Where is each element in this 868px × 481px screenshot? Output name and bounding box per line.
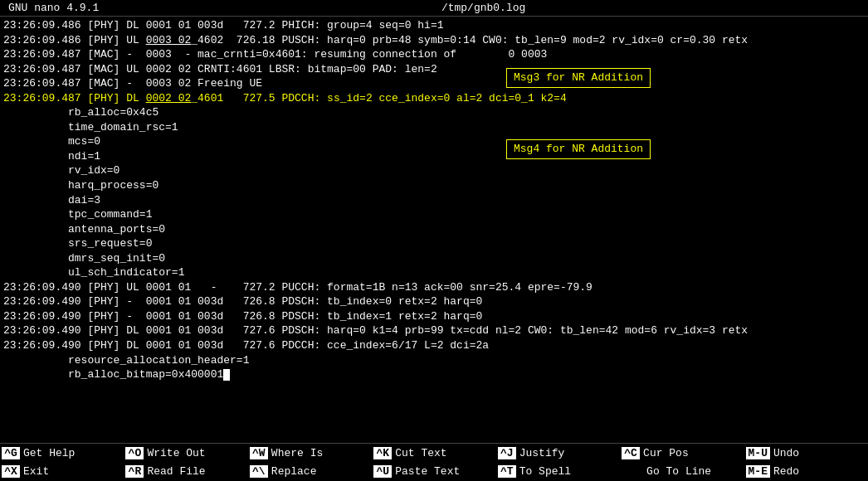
status-label: Cut Text	[395, 447, 446, 459]
log-line: 23:26:09.487 [MAC] - 0003 02 Freeing UE	[3, 76, 865, 91]
log-line: dai=3	[3, 193, 865, 208]
status-row[interactable]: ^JJustify	[496, 444, 620, 463]
log-line: mcs=0	[3, 134, 865, 149]
status-label: Replace	[271, 465, 317, 478]
status-row[interactable]: ^CCur Pos	[620, 444, 744, 463]
status-key: ^W	[250, 447, 268, 459]
status-col: ^GGet Help^XExit	[0, 444, 124, 481]
log-line: 23:26:09.486 [PHY] DL 0001 01 003d 727.2…	[3, 18, 865, 33]
status-label: Write Out	[147, 447, 205, 459]
status-key: ^R	[125, 465, 144, 478]
status-bar: ^GGet Help^XExit^OWrite Out^RRead File^W…	[0, 443, 868, 481]
status-key: ^C	[622, 447, 640, 459]
status-label: Paste Text	[395, 465, 460, 478]
status-col: ^CCur PosGo To Line	[620, 444, 744, 481]
status-col: ^JJustify^TTo Spell	[496, 444, 620, 481]
status-row[interactable]: M-UUndo	[744, 444, 868, 463]
status-col: ^OWrite Out^RRead File	[124, 444, 247, 481]
status-key: ^J	[498, 447, 516, 459]
status-row[interactable]: M-ERedo	[744, 463, 868, 482]
log-line: rv_idx=0	[3, 163, 865, 178]
log-line: rb_alloc=0x4c5	[3, 105, 865, 120]
log-line: antenna_ports=0	[3, 222, 865, 237]
log-line: resource_allocation_header=1	[3, 353, 865, 368]
status-col: ^WWhere Is^\Replace	[248, 444, 372, 481]
log-line: srs_request=0	[3, 236, 865, 251]
status-label: Undo	[773, 447, 799, 459]
status-row[interactable]: ^WWhere Is	[248, 444, 372, 463]
cursor	[223, 369, 230, 381]
log-line: rb_alloc_bitmap=0x400001	[3, 367, 865, 382]
log-line: dmrs_seq_init=0	[3, 251, 865, 266]
status-label: Go To Line	[646, 465, 711, 478]
status-key: ^K	[373, 447, 392, 459]
status-col: M-UUndoM-ERedo	[744, 444, 868, 481]
log-line: 23:26:09.490 [PHY] - 0001 01 003d 726.8 …	[3, 309, 865, 324]
log-line: 23:26:09.490 [PHY] DL 0001 01 003d 727.6…	[3, 323, 865, 338]
status-label: Get Help	[23, 447, 75, 459]
status-row[interactable]: ^\Replace	[248, 463, 372, 482]
main-content: 23:26:09.486 [PHY] DL 0001 01 003d 727.2…	[0, 17, 868, 443]
app-name: GNU nano 4.9.1	[0, 2, 99, 14]
status-label: Justify	[519, 447, 565, 459]
status-key: M-U	[746, 447, 770, 459]
title-bar: GNU nano 4.9.1 /tmp/gnb0.log	[0, 0, 868, 17]
log-line: 23:26:09.487 [MAC] UL 0002 02 CRNTI:4601…	[3, 62, 865, 77]
log-line: tpc_command=1	[3, 207, 865, 222]
status-key: ^X	[2, 465, 20, 478]
status-row[interactable]: ^GGet Help	[0, 444, 124, 463]
status-row[interactable]: Go To Line	[620, 463, 744, 482]
status-key: ^T	[498, 465, 516, 478]
status-col: ^KCut Text^UPaste Text	[372, 444, 495, 481]
log-line: harq_process=0	[3, 178, 865, 193]
status-key: ^\	[250, 465, 268, 478]
status-row[interactable]: ^OWrite Out	[124, 444, 247, 463]
status-row[interactable]: ^RRead File	[124, 463, 247, 482]
status-row[interactable]: ^TTo Spell	[496, 463, 620, 482]
status-key: ^G	[2, 447, 20, 459]
log-line: 23:26:09.487 [MAC] - 0003 - mac_crnti=0x…	[3, 47, 865, 62]
status-row[interactable]: ^KCut Text	[372, 444, 495, 463]
status-label: Exit	[23, 465, 49, 478]
log-line: 23:26:09.490 [PHY] UL 0001 01 - 727.2 PU…	[3, 280, 865, 295]
status-label: Redo	[773, 465, 799, 478]
file-name: /tmp/gnb0.log	[441, 2, 525, 14]
status-key: M-E	[746, 465, 770, 478]
log-line: time_domain_rsc=1	[3, 120, 865, 135]
status-label: Cur Pos	[643, 447, 689, 459]
status-label: Read File	[147, 465, 205, 478]
status-row[interactable]: ^XExit	[0, 463, 124, 482]
log-line: ul_sch_indicator=1	[3, 265, 865, 280]
status-key: ^O	[125, 447, 144, 459]
status-key: ^U	[373, 465, 392, 478]
status-row[interactable]: ^UPaste Text	[372, 463, 495, 482]
log-line: 23:26:09.486 [PHY] UL 0003_02_4602 726.1…	[3, 33, 865, 48]
log-line: 23:26:09.487 [PHY] DL 0002_02_4601 727.5…	[3, 91, 865, 106]
log-line: ndi=1	[3, 149, 865, 164]
status-label: Where Is	[271, 447, 323, 459]
log-line: 23:26:09.490 [PHY] - 0001 01 003d 726.8 …	[3, 294, 865, 309]
log-line: 23:26:09.490 [PHY] DL 0001 01 003d 727.6…	[3, 338, 865, 353]
status-label: To Spell	[519, 465, 571, 478]
